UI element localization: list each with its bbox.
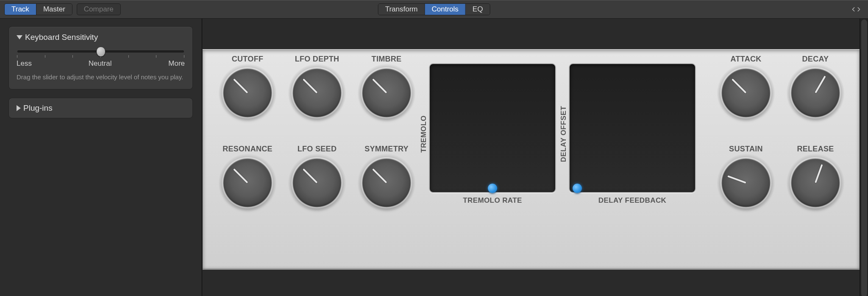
knob-dial[interactable] [721,158,771,207]
pad-y-label: TREMOLO [420,115,428,153]
instrument-editor: CUTOFFLFO DEPTHTIMBRERESONANCELFO SEEDSY… [203,19,860,296]
plugins-header[interactable]: Plug-ins [17,103,185,113]
knob-dial[interactable] [721,68,771,117]
slider-thumb[interactable] [97,47,105,56]
xy-pads: TREMOLOTREMOLO RATEDELAY OFFSETDELAY FEE… [429,63,696,205]
top-toolbar: Track Master Compare Transform Controls … [0,0,868,19]
disclosure-right-icon [17,105,21,111]
knob-dial[interactable] [791,68,840,117]
tab-controls[interactable]: Controls [425,4,465,15]
compare-button[interactable]: Compare [77,3,121,15]
keyboard-sensitivity-panel: Keyboard Sensitivity Less Neutral More D… [8,26,193,89]
xy-pad-dot[interactable] [573,184,582,193]
synth-panel: CUTOFFLFO DEPTHTIMBRERESONANCELFO SEEDSY… [203,49,860,270]
tab-eq[interactable]: EQ [466,4,490,15]
knob-cutoff: CUTOFF [213,55,282,144]
knob-attack: ATTACK [711,55,781,144]
knob-sustain: SUSTAIN [711,145,781,234]
xy-pad-delay-feedback: DELAY OFFSETDELAY FEEDBACK [569,63,696,205]
scrollbar-thumb[interactable] [861,20,867,296]
knob-grid-right: ATTACKDECAYSUSTAINRELEASE [711,55,850,234]
knob-dial[interactable] [292,158,342,207]
tab-transform[interactable]: Transform [378,4,425,15]
knob-release: RELEASE [781,145,850,234]
knob-label: TIMBRE [372,55,402,65]
left-sidebar: Keyboard Sensitivity Less Neutral More D… [0,19,203,296]
pad-y-label: DELAY OFFSET [559,106,568,162]
knob-dial[interactable] [223,68,272,117]
main-area: Keyboard Sensitivity Less Neutral More D… [0,19,868,296]
slider-mid-label: Neutral [89,59,112,68]
knob-lfo-seed: LFO SEED [282,145,352,234]
knob-label: LFO DEPTH [295,55,339,65]
slider-min-label: Less [17,59,32,68]
xy-pad-surface[interactable] [429,63,556,193]
knob-symmetry: SYMMETRY [352,145,421,234]
keyboard-sensitivity-header[interactable]: Keyboard Sensitivity [17,33,185,42]
knob-label: SUSTAIN [729,145,763,155]
keyboard-sensitivity-title: Keyboard Sensitivity [25,33,98,42]
velocity-help-text: Drag the slider to adjust the velocity l… [17,73,185,81]
tab-master[interactable]: Master [36,4,72,15]
knob-dial[interactable] [362,158,411,207]
vertical-scrollbar[interactable] [860,19,868,296]
knob-label: RELEASE [797,145,834,155]
knob-label: ATTACK [730,55,761,65]
plugins-title: Plug-ins [23,103,53,113]
knob-label: RESONANCE [223,145,273,155]
pad-x-label: DELAY FEEDBACK [569,196,696,205]
knob-dial[interactable] [292,68,342,117]
xy-pad-tremolo-rate: TREMOLOTREMOLO RATE [429,63,556,205]
knob-dial[interactable] [791,158,840,207]
xy-pad-surface[interactable] [569,63,696,193]
slider-labels: Less Neutral More [17,59,185,68]
velocity-slider[interactable]: Less Neutral More [17,50,185,68]
knob-label: DECAY [802,55,829,65]
knob-resonance: RESONANCE [213,145,282,234]
plugins-panel: Plug-ins [8,98,193,118]
view-mode-segmented: Transform Controls EQ [378,3,490,15]
tab-track[interactable]: Track [5,4,36,15]
disclosure-down-icon [17,35,22,39]
expand-icon[interactable] [849,5,864,14]
knob-lfo-depth: LFO DEPTH [282,55,352,144]
track-master-segmented: Track Master [4,3,72,15]
knob-dial[interactable] [223,158,272,207]
knob-grid-left: CUTOFFLFO DEPTHTIMBRERESONANCELFO SEEDSY… [213,55,421,234]
slider-max-label: More [168,59,185,68]
xy-pad-dot[interactable] [488,184,497,193]
knob-decay: DECAY [781,55,850,144]
knob-label: LFO SEED [298,145,337,155]
knob-label: SYMMETRY [364,145,409,155]
knob-timbre: TIMBRE [352,55,421,144]
pad-x-label: TREMOLO RATE [429,196,556,205]
knob-dial[interactable] [362,68,411,117]
knob-label: CUTOFF [232,55,263,65]
